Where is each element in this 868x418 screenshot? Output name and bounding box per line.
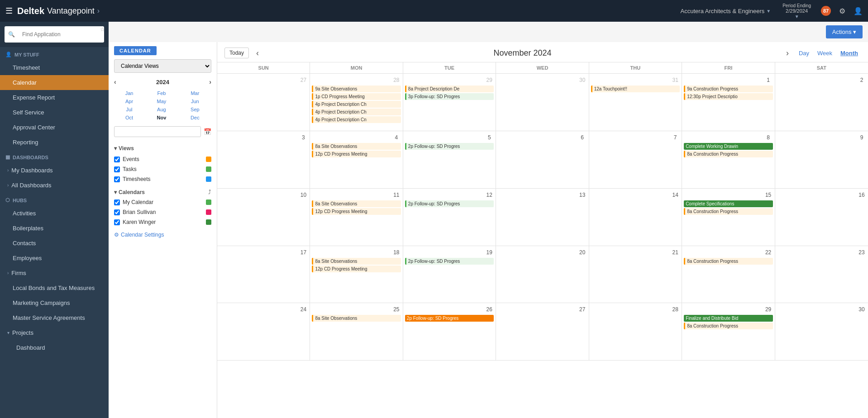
mini-cal-next[interactable]: ›	[209, 78, 211, 86]
cal-cell-2-3[interactable]: 13	[496, 189, 589, 246]
mini-cal-jun[interactable]: Jun	[179, 97, 211, 105]
calendar-event[interactable]: 8a Construction Progress	[684, 151, 773, 157]
calendar-picker-icon[interactable]: 📅	[204, 128, 211, 135]
cal-cell-4-1[interactable]: 258a Site Observations	[310, 303, 403, 361]
calendar-event[interactable]: 12p CD Progress Meeting	[312, 266, 401, 272]
sidebar-item-marketing-campaigns[interactable]: Marketing Campaigns	[0, 295, 109, 310]
sidebar-item-timesheet[interactable]: Timesheet	[0, 60, 109, 75]
cal-cell-1-3[interactable]: 6	[496, 131, 589, 189]
cal-cell-1-0[interactable]: 3	[217, 131, 310, 189]
calendars-label-header[interactable]: ▾ Calendars	[114, 189, 145, 195]
calendar-views-select[interactable]: Calendar Views	[114, 59, 211, 73]
prev-month-button[interactable]: ‹	[253, 48, 262, 58]
cal-cell-2-1[interactable]: 118a Site Observations12p CD Progress Me…	[310, 189, 403, 246]
calendar-event[interactable]: Complete Specifications	[684, 200, 773, 207]
mini-cal-aug[interactable]: Aug	[144, 105, 179, 114]
cal-cell-3-2[interactable]: 192p Follow-up: SD Progres	[403, 246, 496, 304]
actions-button[interactable]: Actions ▾	[826, 25, 863, 38]
mini-cal-may[interactable]: May	[144, 97, 179, 105]
day-view-btn[interactable]: Day	[796, 48, 812, 58]
sidebar-item-master-service[interactable]: Master Service Agreements	[0, 310, 109, 325]
calendar-settings-link[interactable]: ⚙ Calendar Settings	[114, 232, 211, 238]
settings-icon[interactable]: ⚙	[839, 7, 845, 15]
cal-cell-0-6[interactable]: 2	[775, 74, 868, 131]
user-icon[interactable]: 👤	[854, 7, 863, 15]
calendar-event[interactable]: 12p CD Progress Meeting	[312, 208, 401, 215]
cal-cell-4-5[interactable]: 29Finalize and Distribute Bid8a Construc…	[682, 303, 775, 361]
mini-cal-apr[interactable]: Apr	[114, 97, 144, 105]
mini-cal-sep[interactable]: Sep	[179, 105, 211, 114]
cal-cell-1-4[interactable]: 7	[589, 131, 682, 189]
calendar-event[interactable]: 2p Follow-up: SD Progres	[405, 143, 494, 150]
calendar-event[interactable]: 9a Site Observations	[312, 86, 401, 92]
sidebar-item-all-dashboards[interactable]: › All Dashboards	[0, 178, 109, 193]
date-input[interactable]: 11/26/2024	[114, 126, 201, 137]
calendar-event[interactable]: 4p Project Description Ch	[312, 101, 401, 108]
view-tasks-checkbox[interactable]	[114, 166, 120, 172]
menu-icon[interactable]: ☰	[5, 6, 13, 16]
sidebar-item-my-dashboards[interactable]: › My Dashboards	[0, 163, 109, 178]
view-events-checkbox[interactable]	[114, 157, 120, 162]
sidebar-item-contacts[interactable]: Contacts	[0, 236, 109, 251]
calendar-event[interactable]: 8a Site Observations	[312, 200, 401, 207]
cal-cell-2-5[interactable]: 15Complete Specifications8a Construction…	[682, 189, 775, 246]
cal-cell-2-6[interactable]: 16	[775, 189, 868, 246]
firm-name[interactable]: Accutera Architects & Engineers ▼	[681, 8, 771, 14]
calendar-event[interactable]: 4p Project Description Ch	[312, 109, 401, 115]
share-icon[interactable]: ⤴	[208, 189, 211, 195]
calendar-event[interactable]: 8a Construction Progress	[684, 323, 773, 329]
cal-cell-0-0[interactable]: 27	[217, 74, 310, 131]
today-button[interactable]: Today	[224, 48, 249, 58]
brian-calendar-checkbox[interactable]	[114, 209, 120, 215]
calendar-event[interactable]: 12:30p Project Descriptio	[684, 93, 773, 100]
cal-cell-0-5[interactable]: 19a Construction Progress12:30p Project …	[682, 74, 775, 131]
sidebar-item-reporting[interactable]: Reporting	[0, 135, 109, 150]
mini-cal-jul[interactable]: Jul	[114, 105, 144, 114]
mini-cal-oct[interactable]: Oct	[114, 114, 144, 122]
sidebar-item-boilerplates[interactable]: Boilerplates	[0, 221, 109, 236]
calendar-event[interactable]: 8a Site Observations	[312, 258, 401, 265]
cal-cell-0-1[interactable]: 289a Site Observations1p CD Progress Mee…	[310, 74, 403, 131]
calendar-event[interactable]: 12a Touchpoint!!	[591, 86, 680, 92]
cal-cell-3-4[interactable]: 21	[589, 246, 682, 304]
cal-cell-3-0[interactable]: 17	[217, 246, 310, 304]
cal-cell-0-4[interactable]: 3112a Touchpoint!!	[589, 74, 682, 131]
calendar-event[interactable]: 8a Construction Progress	[684, 208, 773, 215]
cal-cell-1-1[interactable]: 48a Site Observations12p CD Progress Mee…	[310, 131, 403, 189]
cal-cell-1-2[interactable]: 52p Follow-up: SD Progres	[403, 131, 496, 189]
sidebar-item-calendar[interactable]: Calendar	[0, 75, 109, 90]
find-application-input[interactable]	[18, 28, 100, 40]
sidebar-item-firms[interactable]: › Firms	[0, 266, 109, 280]
calendar-event[interactable]: Complete Working Drawin	[684, 143, 773, 150]
cal-cell-2-2[interactable]: 122p Follow-up: SD Progres	[403, 189, 496, 246]
mini-cal-prev[interactable]: ‹	[114, 78, 116, 86]
cal-cell-4-4[interactable]: 28	[589, 303, 682, 361]
mini-cal-dec[interactable]: Dec	[179, 114, 211, 122]
calendar-event[interactable]: 8a Construction Progress	[684, 258, 773, 265]
cal-cell-0-3[interactable]: 30	[496, 74, 589, 131]
calendar-event[interactable]: 8a Site Observations	[312, 315, 401, 322]
calendar-event[interactable]: 2p Follow-up: SD Progres	[405, 200, 494, 207]
calendar-event[interactable]: 2p Follow-up: SD Progres	[405, 258, 494, 265]
calendar-event[interactable]: 9a Construction Progress	[684, 86, 773, 92]
sidebar-item-dashboard[interactable]: Dashboard	[0, 340, 109, 355]
views-section-header[interactable]: ▾ Views	[114, 142, 211, 154]
notification-badge[interactable]: 87	[821, 6, 831, 16]
calendar-event[interactable]: 2p Follow-up: SD Progres	[405, 315, 494, 322]
cal-cell-4-2[interactable]: 262p Follow-up: SD Progres	[403, 303, 496, 361]
sidebar-item-expense-report[interactable]: Expense Report	[0, 90, 109, 105]
sidebar-item-projects[interactable]: ▾ Projects	[0, 325, 109, 340]
cal-cell-3-6[interactable]: 23	[775, 246, 868, 304]
mini-cal-feb[interactable]: Feb	[144, 89, 179, 97]
mini-cal-jan[interactable]: Jan	[114, 89, 144, 97]
favorite-icon[interactable]: ☆	[100, 26, 105, 33]
cal-cell-1-5[interactable]: 8Complete Working Drawin8a Construction …	[682, 131, 775, 189]
cal-cell-3-3[interactable]: 20	[496, 246, 589, 304]
calendar-event[interactable]: 8a Project Description De	[405, 86, 494, 92]
sidebar-item-employees[interactable]: Employees	[0, 251, 109, 266]
sidebar-item-approval-center[interactable]: Approval Center	[0, 120, 109, 135]
calendar-event[interactable]: 1p CD Progress Meeting	[312, 93, 401, 100]
mini-cal-mar[interactable]: Mar	[179, 89, 211, 97]
mini-cal-nov[interactable]: Nov	[144, 114, 179, 122]
cal-cell-3-1[interactable]: 188a Site Observations12p CD Progress Me…	[310, 246, 403, 304]
